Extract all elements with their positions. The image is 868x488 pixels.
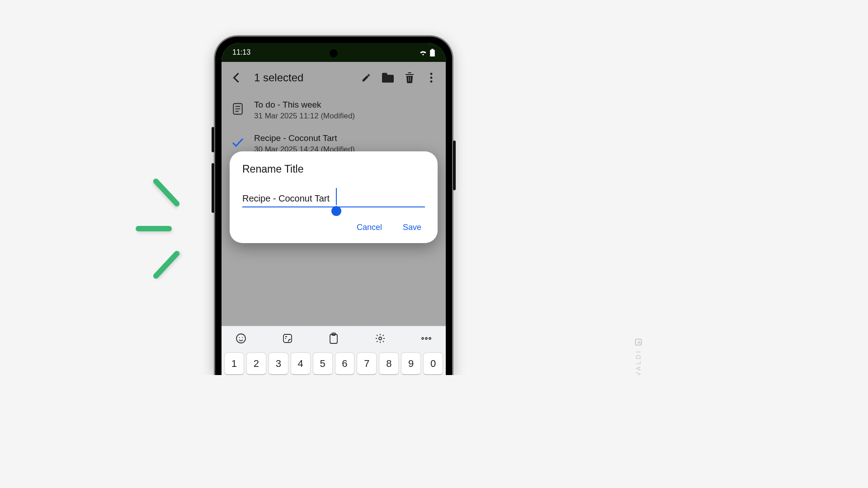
key-7[interactable]: 7 [357,352,377,375]
key-4[interactable]: 4 [291,352,311,375]
svg-point-16 [429,338,431,339]
rename-input[interactable] [242,192,425,207]
gear-icon [375,333,386,344]
kbd-sticker-button[interactable] [281,332,294,345]
phone-frame: 11:13 1 selected [214,35,453,375]
move-button[interactable] [382,71,394,84]
play-box-icon [635,339,642,346]
battery-icon [430,49,435,56]
svg-rect-11 [330,334,337,343]
more-horiz-icon [421,337,431,340]
cancel-button[interactable]: Cancel [353,220,386,235]
delete-button[interactable] [403,71,416,84]
note-icon [231,103,244,115]
note-title: Recipe - Coconut Tart [254,133,355,143]
key-6[interactable]: 6 [335,352,355,375]
svg-point-1 [430,77,433,79]
svg-rect-10 [283,334,292,343]
hw-button [212,127,214,152]
status-time: 11:13 [232,48,250,56]
note-subtitle: 31 Mar 2025 11:12 (Modified) [254,112,355,121]
svg-point-8 [239,337,240,338]
cursor-handle-icon[interactable] [331,206,341,216]
kbd-clipboard-button[interactable] [327,332,340,345]
selection-count: 1 selected [254,71,351,84]
hw-button [212,163,214,213]
note-title: To do - This week [254,100,355,110]
streak [152,250,180,280]
selected-check-icon [231,136,244,149]
more-button[interactable] [425,71,438,84]
back-button[interactable] [230,71,242,84]
key-9[interactable]: 9 [401,352,421,375]
svg-point-14 [422,338,424,339]
kbd-emoji-button[interactable] [234,332,248,345]
more-vert-icon [430,73,433,83]
emoji-icon [236,333,246,344]
sticker-icon [282,333,293,344]
key-0[interactable]: 0 [423,352,443,375]
clipboard-icon [329,333,339,344]
streak [152,178,180,208]
pencil-icon [361,73,371,83]
key-2[interactable]: 2 [246,352,266,375]
selection-app-bar: 1 selected [222,62,446,94]
camera-hole-icon [330,49,338,57]
hw-button [453,141,456,190]
key-1[interactable]: 1 [224,352,244,375]
dialog-title: Rename Title [242,163,425,175]
svg-point-7 [236,334,245,343]
watermark: VIVALDI [635,339,642,375]
folder-move-icon [382,73,394,83]
svg-point-15 [425,338,427,339]
phone-screen: 11:13 1 selected [222,43,446,375]
wifi-icon [419,49,427,56]
kbd-settings-button[interactable] [373,332,387,345]
streak [136,226,172,231]
svg-point-0 [430,73,433,75]
edit-button[interactable] [360,71,373,84]
kbd-number-row: 1 2 3 4 5 6 7 8 9 0 [222,351,446,375]
note-row[interactable]: To do - This week 31 Mar 2025 11:12 (Mod… [222,94,446,127]
text-cursor-icon [336,188,337,205]
chevron-left-icon [233,73,239,83]
save-button[interactable]: Save [399,220,425,235]
svg-point-13 [379,337,382,340]
kbd-more-button[interactable] [420,332,433,345]
soft-keyboard: 1 2 3 4 5 6 7 8 9 0 [222,326,446,375]
svg-point-2 [430,80,433,83]
status-icons [419,49,435,56]
key-3[interactable]: 3 [269,352,288,375]
attention-streaks [136,181,190,276]
rename-dialog: Rename Title Cancel Save [230,151,438,243]
key-5[interactable]: 5 [313,352,333,375]
watermark-text: VIVALDI [635,349,642,375]
key-8[interactable]: 8 [379,352,399,375]
svg-point-9 [242,337,243,338]
trash-icon [405,72,415,83]
